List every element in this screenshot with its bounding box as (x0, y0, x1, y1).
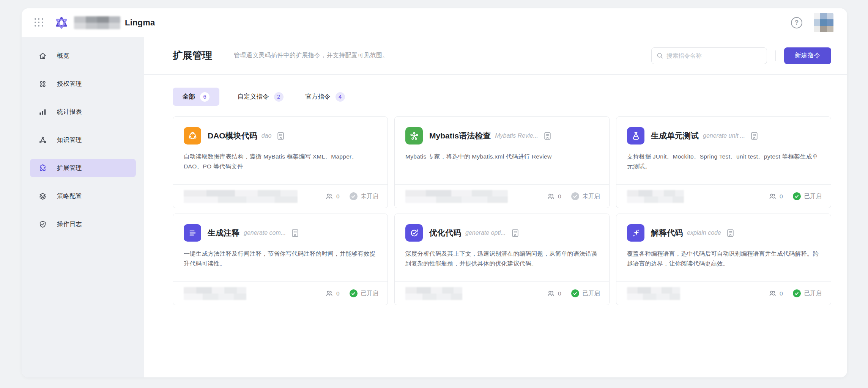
page-header: 扩展管理 管理通义灵码插件中的扩展指令，并支持配置可见范围。 新建指令 (144, 37, 847, 75)
lingma-logo-icon (54, 16, 69, 30)
molecule-icon (405, 127, 423, 145)
card-subtitle: generate opti... (465, 229, 506, 236)
tab-label: 全部 (183, 93, 195, 101)
card-title: 优化代码 (429, 228, 461, 238)
card-subtitle: explain code (687, 229, 721, 236)
card-description: 一键生成方法注释及行间注释，节省你写代码注释的时间，并能够有效提升代码可读性。 (173, 242, 388, 281)
status-badge: 已开启 (350, 289, 379, 297)
redacted-scope-label (405, 190, 508, 203)
card-description: 支持根据 JUnit、Mockito、Spring Test、unit test… (616, 145, 831, 184)
card-subtitle: Mybatis Revie... (495, 132, 538, 139)
redacted-scope-label (627, 190, 684, 203)
card-title: DAO模块代码 (208, 130, 257, 141)
card-subtitle: generate com... (244, 229, 286, 236)
card-footer: 0 已开启 (395, 281, 609, 305)
command-card[interactable]: 生成单元测试 generate unit ... 支持根据 JUnit、Mock… (616, 116, 831, 208)
status-check-icon (793, 192, 801, 200)
tab-label: 自定义指令 (238, 93, 269, 101)
status-badge: 已开启 (793, 192, 822, 200)
sidebar-item-logs[interactable]: 操作日志 (30, 215, 136, 233)
status-check-icon (793, 289, 801, 297)
command-card[interactable]: 解释代码 explain code 覆盖各种编程语言，选中代码后可自动识别编程语… (616, 214, 831, 305)
sparkles-icon (627, 224, 644, 242)
status-check-icon (571, 289, 579, 297)
redacted-scope-label (184, 190, 298, 203)
share-nodes-icon (184, 127, 201, 145)
card-description: 自动读取数据库表结构，遵循 MyBatis 框架编写 XML、Mapper、DA… (173, 145, 388, 184)
card-title: Mybatis语法检查 (429, 130, 491, 141)
sidebar-item-knowledge[interactable]: 知识管理 (30, 131, 136, 149)
sidebar: 概览 授权管理 统计报表 知识管理 扩展管理 策略配置 操作日志 (22, 37, 144, 377)
users-count: 0 (325, 192, 340, 200)
sidebar-item-label: 操作日志 (57, 220, 82, 228)
optimize-icon (405, 224, 423, 242)
users-icon (769, 289, 777, 297)
command-card[interactable]: 优化代码 generate opti... 深度分析代码及其上下文，迅速识别潜在… (394, 214, 610, 305)
knowledge-icon (38, 136, 47, 145)
card-title: 生成注释 (208, 228, 239, 238)
tab-label: 官方指令 (306, 93, 331, 101)
status-label: 已开启 (804, 192, 822, 200)
organization-icon (290, 228, 300, 238)
sidebar-item-stats[interactable]: 统计报表 (30, 103, 136, 121)
redacted-scope-label (627, 287, 680, 300)
page-title: 扩展管理 (173, 49, 212, 62)
bar-chart-icon (38, 108, 47, 116)
status-label: 已开启 (361, 289, 379, 297)
status-badge: 已开启 (793, 289, 822, 297)
users-count-value: 0 (336, 290, 340, 297)
users-count-value: 0 (780, 193, 783, 200)
organization-icon (543, 131, 552, 141)
layers-icon (38, 192, 47, 201)
new-command-button[interactable]: 新建指令 (784, 47, 831, 64)
organization-icon (276, 131, 285, 141)
card-footer: 0 已开启 (616, 184, 831, 208)
actions-divider (775, 50, 776, 61)
sidebar-item-overview[interactable]: 概览 (30, 47, 136, 65)
users-icon (769, 192, 777, 200)
tab-all[interactable]: 全部 6 (173, 88, 219, 106)
tab-official[interactable]: 官方指令 4 (302, 88, 349, 106)
sidebar-item-label: 扩展管理 (57, 164, 82, 172)
users-icon (325, 289, 333, 297)
status-badge: 未开启 (571, 192, 600, 200)
status-badge: 未开启 (350, 192, 379, 200)
card-title: 生成单元测试 (651, 130, 699, 141)
organization-icon (510, 228, 520, 238)
card-subtitle: dao (262, 132, 272, 139)
card-description: Mybatis 专家，将选中的 Mybatis.xml 代码进行 Review (395, 145, 609, 184)
sidebar-item-label: 知识管理 (57, 136, 82, 144)
avatar[interactable] (814, 13, 833, 33)
tab-count-badge: 4 (336, 92, 345, 102)
tab-custom[interactable]: 自定义指令 2 (234, 88, 287, 106)
users-icon (325, 192, 333, 200)
card-footer: 0 未开启 (173, 184, 388, 208)
search-input[interactable] (666, 52, 762, 59)
users-count-value: 0 (336, 193, 340, 200)
users-count: 0 (769, 192, 783, 200)
search-box[interactable] (651, 47, 767, 64)
redacted-scope-label (405, 287, 462, 300)
title-divider (223, 50, 223, 61)
users-count-value: 0 (780, 290, 783, 297)
status-check-icon (350, 289, 358, 297)
card-description: 深度分析代码及其上下文，迅速识别潜在的编码问题，从简单的语法错误到复杂的性能瓶颈… (395, 242, 609, 281)
command-card[interactable]: 生成注释 generate com... 一键生成方法注释及行间注释，节省你写代… (173, 214, 388, 305)
command-card[interactable]: DAO模块代码 dao 自动读取数据库表结构，遵循 MyBatis 框架编写 X… (173, 116, 388, 208)
card-footer: 0 已开启 (173, 281, 388, 305)
help-icon[interactable]: ? (791, 17, 802, 28)
home-icon (38, 52, 47, 60)
search-icon (656, 52, 663, 59)
sidebar-item-extensions[interactable]: 扩展管理 (30, 159, 136, 177)
command-card[interactable]: Mybatis语法检查 Mybatis Revie... Mybatis 专家，… (394, 116, 610, 208)
card-footer: 0 已开启 (616, 281, 831, 305)
users-count: 0 (325, 289, 340, 297)
users-icon (547, 289, 555, 297)
status-label: 已开启 (804, 289, 822, 297)
app-grid-icon[interactable] (35, 18, 44, 27)
sidebar-item-auth[interactable]: 授权管理 (30, 75, 136, 93)
status-label: 已开启 (583, 289, 600, 297)
sidebar-item-policy[interactable]: 策略配置 (30, 187, 136, 205)
puzzle-icon (38, 164, 47, 173)
tabs: 全部 6 自定义指令 2 官方指令 4 (173, 88, 831, 106)
